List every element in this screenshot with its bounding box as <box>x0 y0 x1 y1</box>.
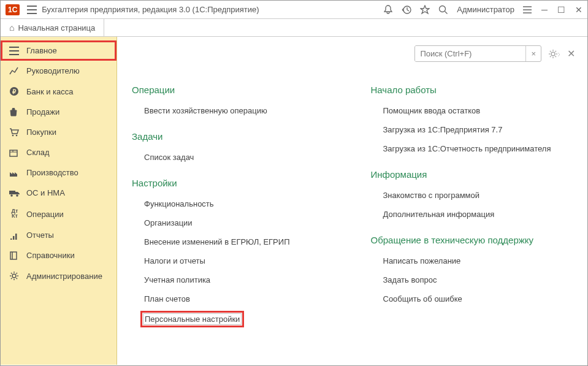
home-tab-label: Начальная страница <box>18 23 95 32</box>
content-area: × ✕ ОперацииВвести хозяйственную операци… <box>117 37 587 365</box>
search-field-wrap: × <box>414 45 541 62</box>
sidebar-item-11[interactable]: Администрирование <box>1 265 116 286</box>
link-item[interactable]: Функциональность <box>144 199 214 208</box>
link-item[interactable]: Персональные настройки <box>143 313 242 325</box>
right-column: Начало работыПомощник ввода остатковЗагр… <box>371 85 573 330</box>
link-item[interactable]: Загрузка из 1С:Отчетность предпринимател… <box>383 144 551 153</box>
link-item[interactable]: Написать пожелание <box>383 256 461 265</box>
history-icon[interactable] <box>402 5 411 15</box>
star-icon[interactable] <box>420 5 430 15</box>
user-label[interactable]: Администратор <box>457 5 514 14</box>
sidebar-item-label: Справочники <box>26 251 75 260</box>
chart-icon <box>9 67 20 75</box>
link-item[interactable]: Учетная политика <box>144 275 210 284</box>
close-button[interactable]: ✕ <box>575 5 582 15</box>
sidebar: ГлавноеРуководителю₽Банк и кассаПродажиП… <box>1 37 117 365</box>
sidebar-item-0[interactable]: Главное <box>1 40 116 61</box>
minimize-button[interactable]: ─ <box>541 5 548 15</box>
link-item[interactable]: Задать вопрос <box>383 275 437 284</box>
sidebar-item-label: Банк и касса <box>26 87 74 96</box>
svg-text:₽: ₽ <box>12 88 17 95</box>
link-item[interactable]: Сообщить об ошибке <box>383 294 462 303</box>
svg-point-8 <box>10 194 13 197</box>
svg-rect-13 <box>10 252 17 259</box>
sidebar-item-label: Главное <box>26 46 57 55</box>
link-item[interactable]: Знакомство с программой <box>383 191 480 200</box>
sidebar-item-label: ОС и НМА <box>26 188 65 197</box>
left-column: ОперацииВвести хозяйственную операциюЗад… <box>132 85 334 330</box>
link-item[interactable]: Внесение изменений в ЕГРЮЛ, ЕГРИП <box>144 237 289 246</box>
sidebar-item-label: Отчеты <box>26 231 54 240</box>
search-input[interactable] <box>415 46 525 61</box>
sidebar-item-label: Операции <box>26 210 64 219</box>
link-item[interactable]: Дополнительная информация <box>383 210 495 219</box>
svg-rect-11 <box>13 236 15 240</box>
sidebar-item-6[interactable]: Производство <box>1 162 116 183</box>
menu-icon <box>9 47 20 55</box>
content-columns: ОперацииВвести хозяйственную операциюЗад… <box>132 85 573 330</box>
svg-point-15 <box>551 52 555 56</box>
group-header[interactable]: Информация <box>371 169 573 180</box>
svg-point-1 <box>440 6 446 12</box>
group-header[interactable]: Задачи <box>132 131 334 142</box>
sidebar-item-label: Покупки <box>26 128 56 137</box>
book-icon <box>9 251 20 260</box>
user-menu-icon[interactable] <box>523 6 532 14</box>
svg-rect-6 <box>10 150 17 156</box>
truck-icon <box>9 189 20 197</box>
link-item[interactable]: Организации <box>144 218 193 227</box>
report-icon <box>9 231 20 240</box>
sidebar-item-label: Администрирование <box>26 272 102 281</box>
svg-point-14 <box>12 274 16 278</box>
sidebar-item-10[interactable]: Справочники <box>1 245 116 265</box>
group-header[interactable]: Настройки <box>132 178 334 188</box>
search-clear-button[interactable]: × <box>525 46 541 61</box>
titlebar-actions: Администратор <box>383 5 532 15</box>
sidebar-item-label: Склад <box>26 148 50 157</box>
gear-icon <box>9 271 20 281</box>
cart-icon <box>9 128 20 137</box>
svg-rect-7 <box>9 191 15 194</box>
link-item[interactable]: Загрузка из 1С:Предприятия 7.7 <box>383 125 503 134</box>
svg-point-4 <box>12 134 14 136</box>
maximize-button[interactable]: ☐ <box>557 5 565 15</box>
dtkt-icon: ДтКт <box>9 208 20 219</box>
content-close-button[interactable]: ✕ <box>567 48 575 59</box>
sidebar-item-label: Продажи <box>26 107 59 116</box>
titlebar: 1C Бухгалтерия предприятия, редакция 3.0… <box>1 1 587 19</box>
link-item[interactable]: Помощник ввода остатков <box>383 106 481 115</box>
topnav: ⌂ Начальная страница <box>1 19 587 37</box>
box-icon <box>9 148 20 157</box>
sidebar-item-5[interactable]: Склад <box>1 142 116 162</box>
sidebar-item-label: Руководителю <box>26 66 80 75</box>
svg-point-9 <box>16 194 18 197</box>
window-title: Бухгалтерия предприятия, редакция 3.0 (1… <box>42 5 259 14</box>
group-header[interactable]: Начало работы <box>371 85 573 95</box>
settings-icon[interactable] <box>548 48 561 59</box>
factory-icon <box>9 169 20 177</box>
sidebar-item-9[interactable]: Отчеты <box>1 225 116 245</box>
sidebar-item-3[interactable]: Продажи <box>1 102 116 122</box>
search-icon[interactable] <box>438 5 448 15</box>
link-item[interactable]: Налоги и отчеты <box>144 256 205 265</box>
logo-1c: 1C <box>6 4 20 15</box>
svg-rect-10 <box>10 238 12 240</box>
sidebar-item-label: Производство <box>26 168 78 177</box>
bell-icon[interactable] <box>383 5 393 15</box>
sidebar-item-4[interactable]: Покупки <box>1 122 116 142</box>
sidebar-item-7[interactable]: ОС и НМА <box>1 183 116 203</box>
group-header[interactable]: Операции <box>132 85 334 95</box>
home-tab[interactable]: ⌂ Начальная страница <box>1 19 104 36</box>
main-menu-icon[interactable] <box>27 6 37 14</box>
sidebar-item-8[interactable]: ДтКтОперации <box>1 203 116 225</box>
bag-icon <box>9 108 20 116</box>
link-item[interactable]: План счетов <box>144 294 190 303</box>
window-controls: ─ ☐ ✕ <box>541 5 582 15</box>
ruble-icon: ₽ <box>9 86 20 96</box>
sidebar-item-1[interactable]: Руководителю <box>1 61 116 81</box>
group-header[interactable]: Обращение в техническую поддержку <box>371 235 573 245</box>
link-item[interactable]: Ввести хозяйственную операцию <box>144 106 267 115</box>
link-item[interactable]: Список задач <box>144 153 194 162</box>
sidebar-item-2[interactable]: ₽Банк и касса <box>1 81 116 102</box>
svg-rect-12 <box>15 234 17 240</box>
